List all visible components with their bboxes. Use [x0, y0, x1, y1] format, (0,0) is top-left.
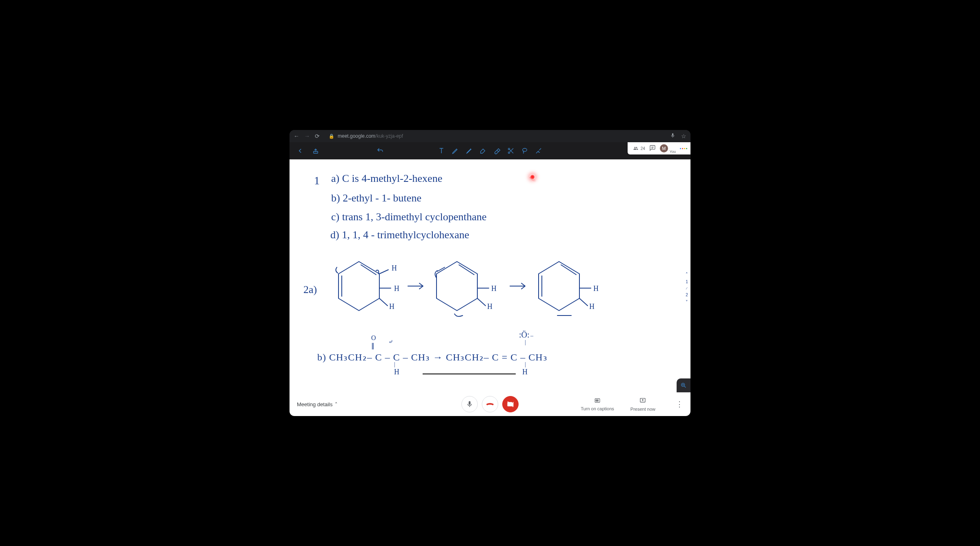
- camera-toggle-button[interactable]: [502, 396, 519, 412]
- present-label: Present now: [630, 407, 655, 412]
- text-tool-icon[interactable]: [437, 147, 445, 155]
- page-up-icon[interactable]: ˄: [686, 272, 688, 277]
- present-icon: [639, 397, 646, 405]
- participant-count[interactable]: 24: [633, 146, 645, 151]
- more-options-icon[interactable]: ⋮: [676, 400, 683, 409]
- pencil-tool-icon[interactable]: [465, 147, 473, 155]
- page-down-icon[interactable]: ˅: [686, 300, 688, 305]
- reload-icon[interactable]: ⟳: [315, 133, 320, 139]
- svg-point-4: [508, 152, 510, 154]
- svg-marker-20: [539, 262, 579, 311]
- meeting-details-button[interactable]: Meeting details ˄: [297, 401, 338, 407]
- meet-control-bar: Meeting details ˄ CC Turn on captions: [290, 392, 690, 416]
- address-bar[interactable]: 🔒 meet.google.com/kuk-yzja-epf: [329, 133, 403, 139]
- svg-line-9: [361, 265, 376, 275]
- note-2b-formula: b) CH₃CH₂– C – C – CH₃ → CH₃CH₂– C = C –…: [317, 351, 548, 363]
- note-1d: d) 1, 1, 4 - trimethylcyclohexane: [330, 229, 469, 241]
- eraser-tool-icon[interactable]: [493, 147, 501, 155]
- whiteboard-canvas[interactable]: 1 a) C is 4-methyl-2-hexene b) 2-ethyl -…: [290, 159, 690, 392]
- chevron-up-icon: ˄: [335, 401, 338, 407]
- participant-strip: 24 M You: [628, 142, 690, 154]
- svg-point-3: [508, 148, 510, 150]
- h-under-2: H: [522, 368, 528, 376]
- hex3-h-bot: H: [589, 302, 595, 311]
- neg-charge: –: [530, 333, 533, 339]
- overflow-dots-icon[interactable]: [680, 148, 687, 149]
- svg-line-10: [379, 270, 388, 274]
- svg-line-22: [561, 265, 576, 275]
- lock-icon: 🔒: [329, 134, 334, 139]
- star-icon[interactable]: ☆: [681, 133, 686, 139]
- bond-v2: |: [525, 339, 526, 346]
- hex2-h-mid: H: [491, 284, 497, 293]
- note-1b: b) 2-ethyl - 1- butene: [331, 192, 421, 204]
- svg-line-12: [379, 298, 388, 306]
- present-button[interactable]: Present now: [630, 397, 655, 412]
- highlighter-tool-icon[interactable]: [479, 147, 487, 155]
- app-back-icon[interactable]: [296, 147, 304, 155]
- chat-icon[interactable]: [649, 145, 656, 152]
- browser-bar: ← → ⟳ 🔒 meet.google.com/kuk-yzja-epf ☆: [290, 130, 690, 142]
- bond-v3: |: [525, 361, 526, 368]
- hex2-h-bot: H: [487, 302, 492, 311]
- svg-text:CC: CC: [596, 400, 599, 402]
- avatar[interactable]: M: [660, 144, 668, 152]
- captions-icon: CC: [594, 398, 601, 405]
- svg-line-27: [684, 386, 686, 387]
- curved-arrow: ⤶: [388, 338, 393, 345]
- lasso-tool-icon[interactable]: [521, 147, 529, 155]
- voice-search-icon[interactable]: [670, 133, 675, 139]
- captions-button[interactable]: CC Turn on captions: [581, 398, 614, 411]
- h-under-1: H: [394, 368, 399, 376]
- bond-v1: |: [394, 361, 395, 368]
- page-1-label[interactable]: 1: [686, 280, 688, 284]
- o-double: O‖: [371, 334, 376, 349]
- home-indicator: [423, 374, 516, 374]
- note-1c: c) trans 1, 3-dimethyl cyclopenthane: [331, 211, 486, 223]
- svg-line-17: [477, 298, 486, 306]
- hexagon-diagrams: [330, 253, 616, 331]
- zoom-button[interactable]: [677, 378, 690, 392]
- page-2-label[interactable]: 2: [686, 293, 688, 297]
- share-icon[interactable]: [312, 147, 320, 155]
- svg-line-15: [459, 265, 474, 275]
- pen-tool-icon[interactable]: [451, 147, 459, 155]
- laser-tool-icon[interactable]: [535, 147, 543, 155]
- captions-label: Turn on captions: [581, 406, 614, 411]
- mic-toggle-button[interactable]: [461, 396, 478, 412]
- svg-point-5: [523, 148, 527, 152]
- svg-line-24: [579, 298, 588, 306]
- you-label: You: [670, 150, 676, 154]
- undo-icon[interactable]: [376, 147, 384, 155]
- hex1-h-bot: H: [389, 302, 394, 311]
- url-text: meet.google.com/kuk-yzja-epf: [338, 133, 403, 139]
- q2a-label: 2a): [303, 284, 317, 296]
- o-neg: :Ö:: [519, 330, 530, 340]
- scissors-tool-icon[interactable]: [507, 147, 515, 155]
- app-window: ← → ⟳ 🔒 meet.google.com/kuk-yzja-epf ☆ 2…: [290, 130, 690, 416]
- svg-rect-2: [314, 152, 318, 154]
- q1-number: 1: [314, 174, 320, 187]
- leave-call-button[interactable]: [482, 396, 498, 412]
- forward-icon[interactable]: →: [304, 133, 310, 139]
- hex1-h-mid: H: [394, 284, 399, 293]
- svg-marker-7: [339, 262, 379, 311]
- back-icon[interactable]: ←: [294, 133, 299, 139]
- hex1-h-top: H: [392, 264, 397, 273]
- svg-marker-14: [437, 262, 477, 311]
- page-navigator[interactable]: ˄ 1 ⁄ 2 ˅: [686, 272, 688, 305]
- participant-count-value: 24: [641, 146, 645, 151]
- laser-pointer-dot: [530, 174, 535, 180]
- note-1a: a) C is 4-methyl-2-hexene: [331, 172, 442, 185]
- hex3-h-mid: H: [593, 284, 599, 293]
